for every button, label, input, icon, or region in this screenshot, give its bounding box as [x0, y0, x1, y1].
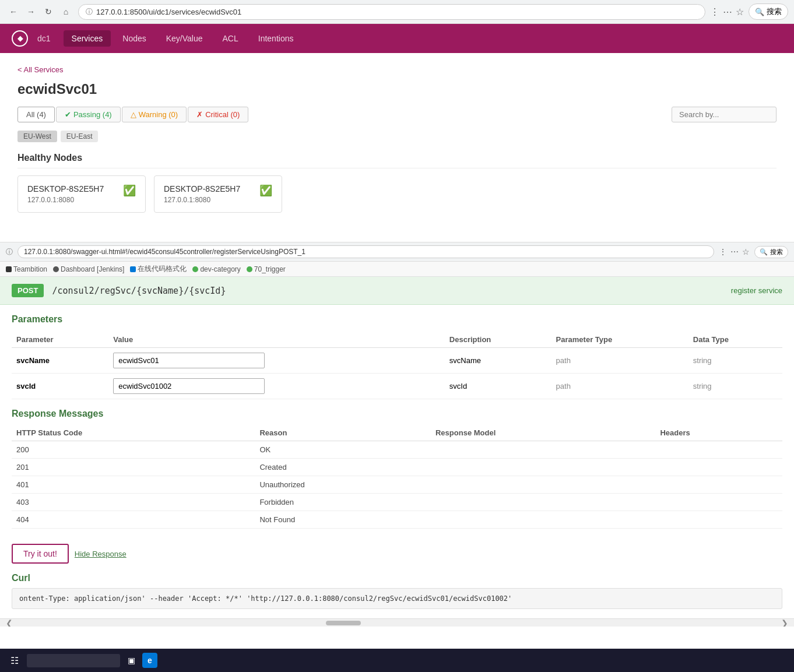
model-201	[431, 459, 655, 476]
swagger-browser-actions: ⋮ ⋯ ☆	[719, 247, 750, 256]
scroll-left-icon[interactable]: ❮	[6, 618, 13, 627]
main-content: < All Services ecwidSvc01 All (4) ✔ Pass…	[0, 53, 794, 242]
home-btn[interactable]: ⌂	[58, 4, 73, 19]
forward-btn[interactable]: →	[23, 4, 38, 19]
service-title: ecwidSvc01	[17, 81, 777, 97]
endpoint-description[interactable]: register service	[731, 286, 782, 295]
scroll-thumb[interactable]	[326, 621, 361, 625]
node-name-1: DESKTOP-8S2E5H7	[164, 184, 240, 193]
filter-warning[interactable]: △ Warning (0)	[122, 107, 187, 122]
model-403	[431, 494, 655, 511]
method-badge: POST	[12, 284, 44, 297]
try-it-out-button[interactable]: Try it out!	[12, 544, 69, 564]
grid-icon[interactable]: ⋮	[710, 6, 719, 17]
col-model: Response Model	[431, 425, 655, 441]
node-addr-1: 127.0.0.1:8080	[164, 196, 240, 204]
nodes-grid: DESKTOP-8S2E5H7 127.0.0.1:8080 ✅ DESKTOP…	[17, 175, 777, 213]
params-section: Parameters Parameter Value Description P…	[0, 305, 794, 409]
filter-all[interactable]: All (4)	[17, 107, 55, 122]
param-type-0: path	[551, 348, 688, 374]
node-card-1[interactable]: DESKTOP-8S2E5H7 127.0.0.1:8080 ✅	[154, 175, 282, 213]
response-row-201: 201 Created	[12, 459, 782, 476]
browser-search-box[interactable]: 🔍 搜索	[749, 3, 788, 20]
healthy-nodes-title: Healthy Nodes	[17, 153, 777, 168]
nav-acl[interactable]: ACL	[215, 30, 247, 47]
swagger-more-icon[interactable]: ⋯	[730, 247, 739, 256]
tag-eu-east[interactable]: EU-East	[61, 131, 99, 142]
status-201: 201	[12, 459, 255, 476]
browser-actions: ⋮ ⋯ ☆	[710, 6, 744, 17]
node-name-0: DESKTOP-8S2E5H7	[27, 184, 104, 193]
scroll-bar[interactable]: ❮ ❯	[0, 618, 794, 627]
try-section: Try it out! Hide Response	[0, 538, 794, 573]
nav-nodes[interactable]: Nodes	[114, 30, 154, 47]
col-headers: Headers	[655, 425, 782, 441]
swagger-address[interactable]: 127.0.0.1:8080/swagger-ui.html#!/ecwid45…	[17, 245, 714, 258]
swagger-star-icon[interactable]: ☆	[742, 247, 750, 256]
reload-btn[interactable]: ↻	[41, 4, 56, 19]
nav-keyvalue[interactable]: Key/Value	[158, 30, 211, 47]
endpoint-header: POST /consul2/regSvc/{svcName}/{svcId} r…	[0, 277, 794, 305]
bookmark-dev-category[interactable]: dev-category	[192, 265, 240, 273]
filter-critical[interactable]: ✗ Critical (0)	[188, 107, 248, 122]
bookmark-teambition[interactable]: Teambition	[6, 265, 47, 273]
col-status-code: HTTP Status Code	[12, 425, 255, 441]
search-input[interactable]	[672, 107, 777, 122]
col-value: Value	[108, 332, 445, 348]
response-table: HTTP Status Code Reason Response Model H…	[12, 425, 782, 529]
reason-404: Not Found	[255, 511, 431, 529]
nav-buttons: ← → ↻ ⌂	[6, 4, 73, 19]
headers-201	[655, 459, 782, 476]
response-row-200: 200 OK	[12, 441, 782, 459]
dc-label: dc1	[37, 34, 51, 43]
star-icon[interactable]: ☆	[736, 6, 744, 17]
status-401: 401	[12, 476, 255, 494]
headers-401	[655, 476, 782, 494]
address-bar[interactable]: ⓘ 127.0.0.1:8500/ui/dc1/services/ecwidSv…	[78, 4, 705, 20]
swagger-search-icon: 🔍	[760, 248, 768, 256]
param-input-svcid[interactable]	[113, 378, 265, 394]
node-info-1: DESKTOP-8S2E5H7 127.0.0.1:8080	[164, 184, 240, 204]
param-row-1: svcId svcId path string	[12, 374, 782, 399]
params-title: Parameters	[12, 314, 782, 325]
consul-logo: ◆	[12, 30, 28, 47]
tag-eu-west[interactable]: EU-West	[17, 131, 57, 142]
back-link[interactable]: < All Services	[17, 65, 63, 74]
dev-cat-icon	[192, 266, 198, 272]
node-card-0[interactable]: DESKTOP-8S2E5H7 127.0.0.1:8080 ✅	[17, 175, 146, 213]
filter-passing[interactable]: ✔ Passing (4)	[56, 107, 121, 122]
info-icon: ⓘ	[86, 7, 93, 17]
more-icon[interactable]: ⋯	[723, 6, 732, 17]
bookmark-jenkins[interactable]: Dashboard [Jenkins]	[53, 265, 124, 273]
swagger-grid-icon[interactable]: ⋮	[719, 247, 727, 256]
param-value-cell-1	[108, 374, 445, 399]
headers-404	[655, 511, 782, 529]
model-401	[431, 476, 655, 494]
node-info-0: DESKTOP-8S2E5H7 127.0.0.1:8080	[27, 184, 104, 204]
teambition-icon	[6, 266, 12, 272]
consul-nav: ◆ dc1 Services Nodes Key/Value ACL Inten…	[0, 24, 794, 53]
swagger-search-box[interactable]: 🔍 搜索	[754, 246, 788, 258]
node-status-0: ✅	[123, 184, 136, 197]
col-param-type: Parameter Type	[551, 332, 688, 348]
swagger-section: ⓘ 127.0.0.1:8080/swagger-ui.html#!/ecwid…	[0, 242, 794, 627]
hide-response-link[interactable]: Hide Response	[75, 550, 127, 558]
node-addr-0: 127.0.0.1:8080	[27, 196, 104, 204]
response-row-403: 403 Forbidden	[12, 494, 782, 511]
param-input-svcname[interactable]	[113, 353, 265, 368]
critical-icon: ✗	[196, 110, 203, 119]
nav-intentions[interactable]: Intentions	[250, 30, 302, 47]
scroll-right-icon[interactable]: ❯	[781, 618, 788, 627]
param-datatype-0: string	[688, 348, 782, 374]
browser-chrome: ← → ↻ ⌂ ⓘ 127.0.0.1:8500/ui/dc1/services…	[0, 0, 794, 24]
jenkins-icon	[53, 266, 59, 272]
curl-code: ontent-Type: application/json' --header …	[12, 588, 782, 609]
consul-logo-icon: ◆	[12, 30, 28, 47]
curl-title: Curl	[12, 573, 782, 583]
param-name-1: svcId	[12, 374, 108, 399]
nav-services[interactable]: Services	[64, 30, 111, 47]
bookmark-format[interactable]: 在线代码格式化	[130, 264, 187, 274]
bookmark-70-trigger[interactable]: 70_trigger	[247, 265, 286, 273]
param-row-0: svcName svcName path string	[12, 348, 782, 374]
back-btn[interactable]: ←	[6, 4, 21, 19]
